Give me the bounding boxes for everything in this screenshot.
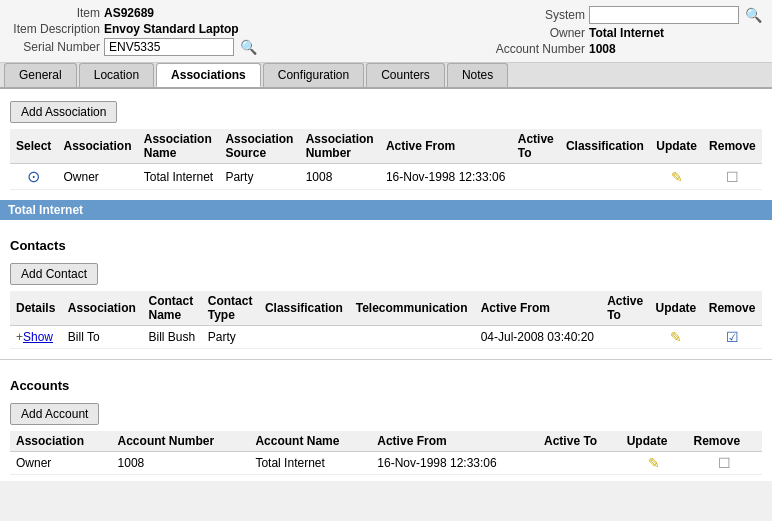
page-header: Item AS92689 Item Description Envoy Stan… bbox=[0, 0, 772, 63]
col-active-to: ActiveTo bbox=[601, 291, 649, 326]
assoc-remove[interactable]: ☐ bbox=[703, 164, 762, 190]
contact-update-button[interactable]: ✎ bbox=[670, 329, 682, 345]
assoc-name: Total Internet bbox=[138, 164, 220, 190]
serial-search-button[interactable]: 🔍 bbox=[240, 39, 257, 55]
col-active-from: Active From bbox=[475, 291, 602, 326]
acct-active-to bbox=[538, 452, 621, 475]
associations-table: Select Association AssociationName Assoc… bbox=[10, 129, 762, 190]
system-label: System bbox=[495, 8, 585, 22]
serial-label: Serial Number bbox=[10, 40, 100, 54]
assoc-active-to bbox=[512, 164, 560, 190]
right-info: System 🔍 Owner Total Internet Account Nu… bbox=[495, 6, 762, 56]
contacts-table: Details Association ContactName ContactT… bbox=[10, 291, 762, 349]
contacts-title: Contacts bbox=[10, 238, 762, 253]
assoc-remove-button[interactable]: ☐ bbox=[726, 169, 739, 185]
acct-update[interactable]: ✎ bbox=[621, 452, 688, 475]
accounts-table: Association Account Number Account Name … bbox=[10, 431, 762, 475]
assoc-association: Owner bbox=[58, 164, 138, 190]
col-details: Details bbox=[10, 291, 62, 326]
account-row: Account Number 1008 bbox=[495, 42, 762, 56]
col-update: Update bbox=[621, 431, 688, 452]
contact-details[interactable]: +Show bbox=[10, 326, 62, 349]
contact-telecom bbox=[350, 326, 475, 349]
owner-label: Owner bbox=[495, 26, 585, 40]
account-label: Account Number bbox=[495, 42, 585, 56]
system-search-button[interactable]: 🔍 bbox=[745, 7, 762, 23]
item-value: AS92689 bbox=[104, 6, 154, 20]
add-account-button[interactable]: Add Account bbox=[10, 403, 99, 425]
assoc-update[interactable]: ✎ bbox=[650, 164, 703, 190]
add-association-button[interactable]: Add Association bbox=[10, 101, 117, 123]
assoc-update-button[interactable]: ✎ bbox=[671, 169, 683, 185]
col-association: Association bbox=[58, 129, 138, 164]
col-active-to: ActiveTo bbox=[512, 129, 560, 164]
item-desc-row: Item Description Envoy Standard Laptop bbox=[10, 22, 257, 36]
divider bbox=[0, 359, 772, 360]
item-row: Item AS92689 bbox=[10, 6, 257, 20]
system-row: System 🔍 bbox=[495, 6, 762, 24]
contact-name: Bill Bush bbox=[143, 326, 202, 349]
associations-header-row: Select Association AssociationName Assoc… bbox=[10, 129, 762, 164]
contact-type: Party bbox=[202, 326, 259, 349]
col-source: AssociationSource bbox=[219, 129, 299, 164]
acct-association: Owner bbox=[10, 452, 112, 475]
assoc-select[interactable]: ⊙ bbox=[10, 164, 58, 190]
col-association: Association bbox=[10, 431, 112, 452]
col-telecom: Telecommunication bbox=[350, 291, 475, 326]
owner-value: Total Internet bbox=[589, 26, 664, 40]
col-account-name: Account Name bbox=[249, 431, 371, 452]
serial-row: Serial Number 🔍 bbox=[10, 38, 257, 56]
contact-update[interactable]: ✎ bbox=[650, 326, 703, 349]
associations-section: Add Association Select Association Assoc… bbox=[0, 89, 772, 196]
acct-active-from: 16-Nov-1998 12:33:06 bbox=[371, 452, 538, 475]
tab-bar: General Location Associations Configurat… bbox=[0, 63, 772, 89]
contacts-header-row: Details Association ContactName ContactT… bbox=[10, 291, 762, 326]
col-active-to: Active To bbox=[538, 431, 621, 452]
col-classification: Classification bbox=[259, 291, 350, 326]
col-classification: Classification bbox=[560, 129, 650, 164]
contact-association: Bill To bbox=[62, 326, 143, 349]
contact-classification bbox=[259, 326, 350, 349]
tab-counters[interactable]: Counters bbox=[366, 63, 445, 87]
accounts-title: Accounts bbox=[10, 378, 762, 393]
contact-remove[interactable]: ☑ bbox=[703, 326, 762, 349]
assoc-number: 1008 bbox=[300, 164, 380, 190]
contacts-section: Contacts Add Contact Details Association… bbox=[0, 224, 772, 355]
tab-notes[interactable]: Notes bbox=[447, 63, 508, 87]
col-number: AssociationNumber bbox=[300, 129, 380, 164]
tab-associations[interactable]: Associations bbox=[156, 63, 261, 87]
left-info: Item AS92689 Item Description Envoy Stan… bbox=[10, 6, 257, 56]
contact-remove-button[interactable]: ☑ bbox=[726, 329, 739, 345]
acct-remove-button[interactable]: ☐ bbox=[718, 455, 731, 471]
col-active-from: Active From bbox=[380, 129, 512, 164]
add-contact-button[interactable]: Add Contact bbox=[10, 263, 98, 285]
contact-active-to bbox=[601, 326, 649, 349]
col-active-from: Active From bbox=[371, 431, 538, 452]
table-row: ⊙ Owner Total Internet Party 1008 16-Nov… bbox=[10, 164, 762, 190]
accounts-header-row: Association Account Number Account Name … bbox=[10, 431, 762, 452]
table-row: +Show Bill To Bill Bush Party 04-Jul-200… bbox=[10, 326, 762, 349]
system-input[interactable] bbox=[589, 6, 739, 24]
assoc-active-from: 16-Nov-1998 12:33:06 bbox=[380, 164, 512, 190]
col-update: Update bbox=[650, 291, 703, 326]
acct-update-button[interactable]: ✎ bbox=[648, 455, 660, 471]
acct-name: Total Internet bbox=[249, 452, 371, 475]
assoc-source: Party bbox=[219, 164, 299, 190]
tab-configuration[interactable]: Configuration bbox=[263, 63, 364, 87]
tab-location[interactable]: Location bbox=[79, 63, 154, 87]
tab-general[interactable]: General bbox=[4, 63, 77, 87]
plus-icon: + bbox=[16, 330, 23, 344]
col-account-number: Account Number bbox=[112, 431, 250, 452]
col-remove: Remove bbox=[703, 291, 762, 326]
col-remove: Remove bbox=[687, 431, 762, 452]
col-select: Select bbox=[10, 129, 58, 164]
col-update: Update bbox=[650, 129, 703, 164]
acct-remove[interactable]: ☐ bbox=[687, 452, 762, 475]
show-link[interactable]: Show bbox=[23, 330, 53, 344]
item-desc-label: Item Description bbox=[10, 22, 100, 36]
serial-input[interactable] bbox=[104, 38, 234, 56]
accounts-section: Accounts Add Account Association Account… bbox=[0, 364, 772, 481]
contact-active-from: 04-Jul-2008 03:40:20 bbox=[475, 326, 602, 349]
acct-number: 1008 bbox=[112, 452, 250, 475]
table-row: Owner 1008 Total Internet 16-Nov-1998 12… bbox=[10, 452, 762, 475]
